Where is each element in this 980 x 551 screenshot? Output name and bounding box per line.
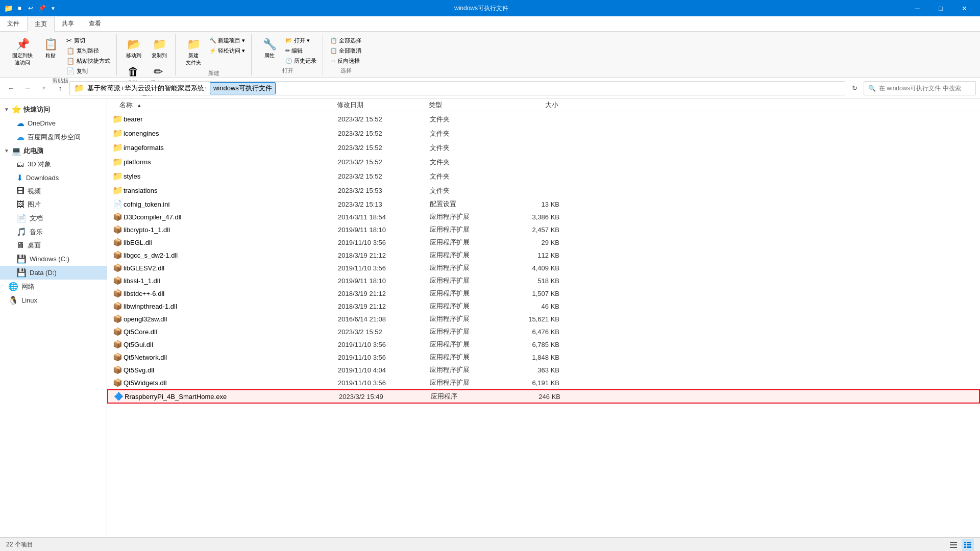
table-row[interactable]: 📦 Qt5Core.dll 2023/3/2 15:52 应用程序扩展 6,47… bbox=[107, 325, 980, 338]
column-type[interactable]: 类型 bbox=[429, 101, 505, 110]
sidebar-item-pictures[interactable]: 🖼 图片 bbox=[0, 198, 107, 211]
recent-button[interactable]: ▼ bbox=[37, 81, 51, 95]
sidebar-this-pc[interactable]: ▼ 💻 此电脑 bbox=[0, 144, 107, 158]
file-row-date: 2014/3/11 18:54 bbox=[338, 213, 430, 221]
cut-button[interactable]: ✂ 剪切 bbox=[64, 36, 112, 45]
file-row-type: 配置设置 bbox=[430, 199, 506, 209]
svg-rect-2 bbox=[950, 547, 957, 548]
sidebar-quick-access[interactable]: ▼ ⭐ 快速访问 bbox=[0, 103, 107, 116]
address-path[interactable]: 📁 基于树莓派+华为云设计的智能家居系统 › windows可执行文件 bbox=[69, 81, 845, 95]
cut-icon: ✂ bbox=[66, 37, 72, 44]
table-row[interactable]: 📁 bearer 2023/3/2 15:52 文件夹 bbox=[107, 112, 980, 127]
column-size[interactable]: 大小 bbox=[505, 101, 567, 110]
sidebar-item-baidu[interactable]: ☁ 百度网盘同步空间 bbox=[0, 130, 107, 144]
new-folder-button[interactable]: 📁 新建文件夹 bbox=[181, 36, 206, 68]
copy-path-button[interactable]: 📋 复制路径 bbox=[64, 46, 112, 56]
dll-icon: 📦 bbox=[113, 289, 122, 297]
table-row[interactable]: 📦 libcrypto-1_1.dll 2019/9/11 18:10 应用程序… bbox=[107, 223, 980, 236]
sidebar-item-data-d[interactable]: 💾 Data (D:) bbox=[0, 266, 107, 280]
copy-icon: 📄 bbox=[66, 67, 75, 75]
tab-home[interactable]: 主页 bbox=[27, 17, 55, 32]
sidebar-item-windows-c[interactable]: 💾 Windows (C:) bbox=[0, 252, 107, 266]
svg-rect-6 bbox=[967, 544, 971, 545]
properties-button[interactable]: 🔧 属性 bbox=[257, 36, 282, 61]
sidebar-item-downloads[interactable]: ⬇ Downloads bbox=[0, 171, 107, 185]
table-row[interactable]: 📦 libgcc_s_dw2-1.dll 2018/3/19 21:12 应用程… bbox=[107, 249, 980, 262]
table-row[interactable]: 🔷 RraspberryPi_4B_SmartHome.exe 2023/3/2… bbox=[107, 389, 980, 404]
sidebar-item-onedrive[interactable]: ☁ OneDrive bbox=[0, 116, 107, 130]
3d-label: 3D 对象 bbox=[28, 160, 51, 169]
table-row[interactable]: 📦 libssl-1_1.dll 2019/9/11 18:10 应用程序扩展 … bbox=[107, 274, 980, 287]
sidebar-item-videos[interactable]: 🎞 视频 bbox=[0, 185, 107, 198]
refresh-button[interactable]: ↻ bbox=[847, 81, 862, 95]
tab-file[interactable]: 文件 bbox=[0, 16, 27, 31]
minimize-button[interactable]: ─ bbox=[905, 0, 929, 16]
paste-icon: 📋 bbox=[44, 38, 58, 51]
file-row-icon: 📄 bbox=[111, 199, 124, 209]
table-row[interactable]: 📦 D3Dcompiler_47.dll 2014/3/11 18:54 应用程… bbox=[107, 211, 980, 223]
select-all-button[interactable]: 📋 全部选择 bbox=[328, 36, 363, 45]
table-row[interactable]: 📦 libwinpthread-1.dll 2018/3/19 21:12 应用… bbox=[107, 300, 980, 313]
invert-selection-button[interactable]: ↔ 反向选择 bbox=[328, 56, 363, 66]
dll-icon: 📦 bbox=[113, 212, 122, 221]
edit-button[interactable]: ✏ 编辑 bbox=[283, 46, 318, 56]
table-row[interactable]: 📦 opengl32sw.dll 2016/6/14 21:08 应用程序扩展 … bbox=[107, 313, 980, 325]
open-button[interactable]: 📂 打开 ▾ bbox=[283, 36, 318, 45]
file-row-type: 应用程序扩展 bbox=[430, 263, 506, 272]
column-date[interactable]: 修改日期 bbox=[337, 101, 429, 110]
move-to-button[interactable]: 📂 移动到 bbox=[122, 36, 145, 61]
easy-access-button[interactable]: ⚡ 轻松访问 ▾ bbox=[207, 46, 247, 56]
file-row-name: Qt5Core.dll bbox=[124, 328, 338, 336]
details-view-button[interactable] bbox=[962, 539, 974, 551]
history-button[interactable]: 🕐 历史记录 bbox=[283, 56, 318, 66]
sidebar-item-3d[interactable]: 🗂 3D 对象 bbox=[0, 158, 107, 171]
sidebar-item-music[interactable]: 🎵 音乐 bbox=[0, 225, 107, 239]
file-row-date: 2019/9/11 18:10 bbox=[338, 277, 430, 285]
table-row[interactable]: 📁 translations 2023/3/2 15:53 文件夹 bbox=[107, 184, 980, 198]
table-row[interactable]: 📁 platforms 2023/3/2 15:52 文件夹 bbox=[107, 155, 980, 169]
quick-access-icon[interactable]: ■ bbox=[15, 4, 23, 12]
tab-share[interactable]: 共享 bbox=[55, 16, 82, 31]
pin-quick-access-button[interactable]: 📌 固定到快速访问 bbox=[8, 36, 37, 68]
this-pc-icon: 💻 bbox=[11, 146, 21, 156]
table-row[interactable]: 📦 Qt5Gui.dll 2019/11/10 3:56 应用程序扩展 6,78… bbox=[107, 338, 980, 351]
list-view-button[interactable] bbox=[947, 539, 960, 551]
sidebar-item-linux[interactable]: 🐧 Linux bbox=[0, 293, 107, 307]
close-button[interactable]: ✕ bbox=[952, 0, 976, 16]
paste-button[interactable]: 📋 粘贴 bbox=[38, 36, 63, 61]
table-row[interactable]: 📦 Qt5Svg.dll 2019/11/10 4:04 应用程序扩展 363 … bbox=[107, 364, 980, 377]
search-box[interactable]: 🔍 bbox=[864, 81, 976, 95]
table-row[interactable]: 📁 styles 2023/3/2 15:52 文件夹 bbox=[107, 169, 980, 184]
current-folder-label[interactable]: windows可执行文件 bbox=[210, 82, 276, 94]
sidebar-item-network[interactable]: 🌐 网络 bbox=[0, 280, 107, 293]
tab-view[interactable]: 查看 bbox=[82, 16, 109, 31]
deselect-all-button[interactable]: 📋 全部取消 bbox=[328, 46, 363, 56]
back-button[interactable]: ← bbox=[4, 81, 18, 95]
undo-icon[interactable]: ↩ bbox=[27, 4, 35, 12]
table-row[interactable]: 📦 Qt5Widgets.dll 2019/11/10 3:56 应用程序扩展 … bbox=[107, 377, 980, 389]
table-row[interactable]: 📄 cofnig_token.ini 2023/3/2 15:13 配置设置 1… bbox=[107, 198, 980, 211]
dropdown-icon[interactable]: ▼ bbox=[49, 4, 57, 12]
up-button[interactable]: ↑ bbox=[53, 81, 67, 95]
copy-button[interactable]: 📄 复制 bbox=[64, 66, 112, 76]
table-row[interactable]: 📁 iconengines 2023/3/2 15:52 文件夹 bbox=[107, 127, 980, 141]
search-input[interactable] bbox=[879, 85, 971, 92]
maximize-button[interactable]: □ bbox=[929, 0, 952, 16]
path-text-1[interactable]: 基于树莓派+华为云设计的智能家居系统 bbox=[87, 84, 204, 93]
table-row[interactable]: 📦 Qt5Network.dll 2019/11/10 3:56 应用程序扩展 … bbox=[107, 351, 980, 364]
table-row[interactable]: 📦 libGLESV2.dll 2019/11/10 3:56 应用程序扩展 4… bbox=[107, 262, 980, 274]
sort-arrow: ▲ bbox=[137, 103, 142, 108]
paste-shortcut-button[interactable]: 📋 粘贴快捷方式 bbox=[64, 56, 112, 66]
file-row-icon: 📦 bbox=[111, 289, 124, 298]
file-row-type: 应用程序扩展 bbox=[430, 353, 506, 362]
column-name[interactable]: 名称 ▲ bbox=[107, 101, 337, 110]
sidebar-item-desktop[interactable]: 🖥 桌面 bbox=[0, 239, 107, 252]
pin-icon[interactable]: 📌 bbox=[38, 4, 46, 12]
new-item-button[interactable]: 🔨 新建项目 ▾ bbox=[207, 36, 247, 45]
table-row[interactable]: 📦 libstdc++-6.dll 2018/3/19 21:12 应用程序扩展… bbox=[107, 287, 980, 300]
table-row[interactable]: 📁 imageformats 2023/3/2 15:52 文件夹 bbox=[107, 141, 980, 155]
file-row-name: opengl32sw.dll bbox=[124, 315, 338, 323]
table-row[interactable]: 📦 libEGL.dll 2019/11/10 3:56 应用程序扩展 29 K… bbox=[107, 236, 980, 249]
sidebar-item-documents[interactable]: 📄 文档 bbox=[0, 211, 107, 225]
copy-to-button[interactable]: 📁 复制到 bbox=[148, 36, 171, 61]
